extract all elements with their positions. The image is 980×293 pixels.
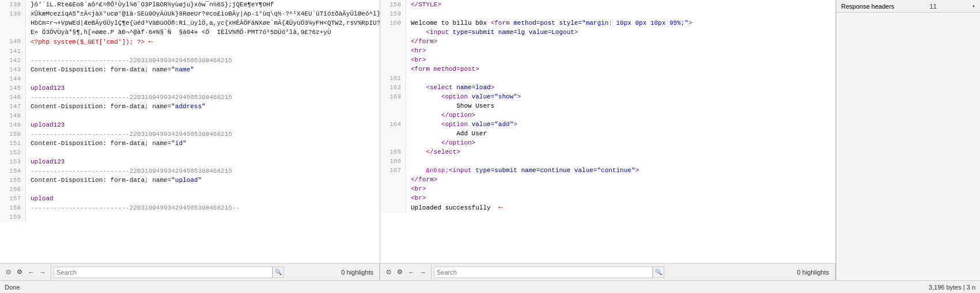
left-toolbar: ⊙ ⚙ ← → 🔍 0 highlights xyxy=(0,263,380,280)
line-number xyxy=(380,64,406,74)
line-content: xÜkæMceziqA5"±À<jàX°ucø°@ià·SEù9OyÄüUk}8… xyxy=(26,9,380,18)
line-content xyxy=(406,157,835,166)
left-gear-btn[interactable]: ⚙ xyxy=(14,267,25,278)
right-back-btn[interactable]: ← xyxy=(406,267,417,278)
line-number: 149 xyxy=(0,120,26,130)
line-number: 147 xyxy=(0,102,26,111)
line-content: Content-Disposition: form-data; name="up… xyxy=(26,176,380,185)
table-row: 159 xyxy=(0,212,380,222)
line-content: --------------------------22031094993429… xyxy=(26,203,380,212)
line-number: 139 xyxy=(0,9,26,18)
line-content: Show Users xyxy=(406,101,835,111)
line-content: <hr> xyxy=(406,46,835,55)
table-row: </option> xyxy=(380,138,835,147)
line-number: 138 xyxy=(0,0,26,9)
line-number: 165 xyxy=(380,147,406,157)
right-code-area[interactable]: 158</STYLE>159 160Welcome to billu b0x <… xyxy=(380,0,835,263)
table-row: 138}ô'`iL.Rte&Eo8`aô^£=®Ô¹Ùyl¼6`O3PlBOR½… xyxy=(0,0,380,9)
right-highlights-section: 0 highlights xyxy=(791,264,835,280)
line-number: 155 xyxy=(0,176,26,185)
table-row: 141 xyxy=(0,47,380,56)
line-number: 158 xyxy=(380,0,406,9)
left-forward-btn[interactable]: → xyxy=(37,267,48,278)
line-content: Content-Disposition: form-data; name="na… xyxy=(26,65,380,74)
table-row: 164 <option value="add"> xyxy=(380,120,835,129)
line-number: 164 xyxy=(380,120,406,129)
table-row: 160Welcome to billu b0x <form method=pos… xyxy=(380,18,835,28)
status-left: Done xyxy=(5,284,20,291)
table-row: Uploaded successfully ← xyxy=(380,203,835,212)
line-number: 157 xyxy=(0,194,26,203)
table-row: 143Content-Disposition: form-data; name=… xyxy=(0,65,380,74)
line-number: 161 xyxy=(380,74,406,83)
line-number: 159 xyxy=(380,9,406,18)
line-number: 162 xyxy=(380,83,406,92)
table-row: <br> xyxy=(380,184,835,193)
line-number xyxy=(380,37,406,46)
line-content: <br> xyxy=(406,184,835,193)
left-search-input[interactable] xyxy=(54,267,273,278)
right-forward-btn[interactable]: → xyxy=(417,267,429,278)
line-number: 144 xyxy=(0,74,26,83)
status-right: 3,196 bytes | 3 n xyxy=(929,284,975,291)
left-circle-btn[interactable]: ⊙ xyxy=(2,267,14,278)
line-number: 145 xyxy=(0,83,26,93)
line-content: <select name=load> xyxy=(406,83,835,92)
right-gear-btn[interactable]: ⚙ xyxy=(394,267,406,278)
table-row: 144 xyxy=(0,74,380,83)
table-row: 159 xyxy=(380,9,835,18)
right-toolbar-icons: ⊙ ⚙ ← → xyxy=(380,264,432,280)
table-row: 139xÜkæMceziqA5"±À<jàX°ucø°@ià·SEù9OyÄüU… xyxy=(0,9,380,18)
line-number xyxy=(380,46,406,55)
line-content: --------------------------22031094993429… xyxy=(26,130,380,139)
line-content: upload xyxy=(26,194,380,203)
line-number: 148 xyxy=(0,111,26,120)
right-search-section: 🔍 xyxy=(432,267,791,278)
line-number: 142 xyxy=(0,56,26,65)
line-number: 140 xyxy=(0,37,26,47)
right-circle-btn[interactable]: ⊙ xyxy=(383,267,394,278)
table-row: <input type=submit name=lg value=Logout> xyxy=(380,28,835,37)
line-content: upload123 xyxy=(26,83,380,93)
line-number xyxy=(380,101,406,111)
table-row: 163 <option value="show"> xyxy=(380,92,835,101)
line-content: Content-Disposition: form-data; name="ad… xyxy=(26,102,380,111)
line-number: 159 xyxy=(0,212,26,222)
table-row: 155Content-Disposition: form-data; name=… xyxy=(0,176,380,185)
table-row: 146--------------------------22031094993… xyxy=(0,93,380,102)
line-content: Welcome to billu b0x <form method=post s… xyxy=(406,18,835,28)
line-content: <option value="show"> xyxy=(406,92,835,101)
line-content xyxy=(26,212,380,222)
table-row: 154--------------------------22031094993… xyxy=(0,166,380,176)
response-headers-title: Response headers xyxy=(841,3,894,10)
line-content: <option value="add"> xyxy=(406,120,835,129)
right-search-btn[interactable]: 🔍 xyxy=(653,267,664,278)
line-number xyxy=(0,28,26,37)
line-content: Uploaded successfully ← xyxy=(406,203,835,212)
left-back-btn[interactable]: ← xyxy=(25,267,37,278)
table-row: E» Ö3ÖVÙyà*§¶,h[»øæe.P àÐ¬^@àf·6#N§`Ñ §à… xyxy=(0,28,380,37)
response-headers-count: 11 xyxy=(930,3,937,10)
table-row: </form> xyxy=(380,175,835,184)
line-content xyxy=(26,111,380,120)
table-row: 158</STYLE> xyxy=(380,0,835,9)
line-number xyxy=(380,203,406,212)
chevron-down-icon[interactable]: ▾ xyxy=(972,3,975,10)
table-row: Add User xyxy=(380,129,835,138)
left-code-area[interactable]: 138}ô'`iL.Rte&Eo8`aô^£=®Ô¹Ùyl¼6`O3PlBOR½… xyxy=(0,0,380,263)
table-row: 147Content-Disposition: form-data; name=… xyxy=(0,102,380,111)
line-number: 153 xyxy=(0,157,26,166)
line-content: </option> xyxy=(406,138,835,147)
line-content: <form method=post> xyxy=(406,64,835,74)
table-row: 152 xyxy=(0,148,380,157)
left-search-btn[interactable]: 🔍 xyxy=(273,267,284,278)
table-row: 142--------------------------22031094993… xyxy=(0,56,380,65)
line-content xyxy=(406,9,835,18)
line-content: </STYLE> xyxy=(406,0,835,9)
line-number: 151 xyxy=(0,139,26,148)
table-row: <br> xyxy=(380,193,835,203)
right-search-input[interactable] xyxy=(434,267,653,278)
table-row: 156 xyxy=(0,185,380,194)
line-content xyxy=(406,74,835,83)
line-content: Content-Disposition: form-data; name="id… xyxy=(26,139,380,148)
